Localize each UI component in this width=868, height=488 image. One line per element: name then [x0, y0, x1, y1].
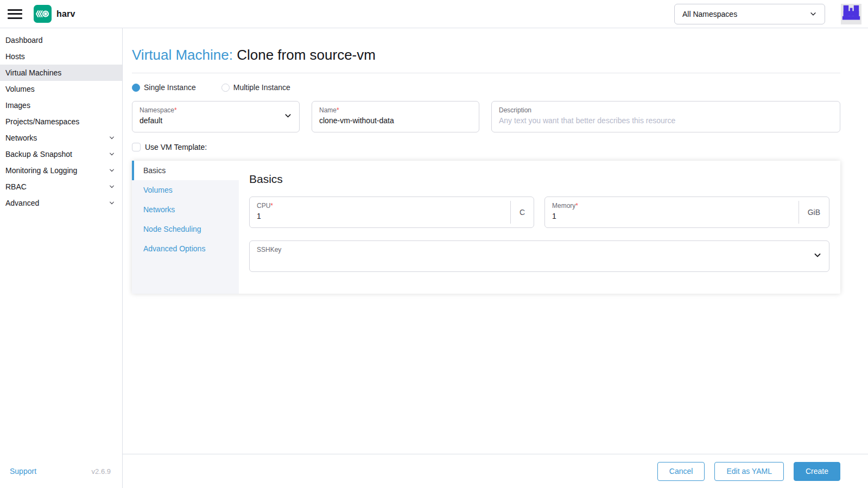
- chevron-down-icon: [109, 200, 115, 206]
- sidebar-item-label: Images: [5, 101, 30, 110]
- required-asterisk: *: [575, 202, 578, 210]
- sidebar-item-label: Backup & Snapshot: [5, 150, 72, 159]
- namespace-filter-value: All Namespaces: [682, 10, 809, 18]
- cpu-input[interactable]: [257, 212, 503, 220]
- version-label: v2.6.9: [92, 467, 111, 476]
- use-vm-template-label: Use VM Template:: [145, 143, 207, 151]
- tab-volumes[interactable]: Volumes: [132, 180, 239, 200]
- tab-node-scheduling[interactable]: Node Scheduling: [132, 219, 239, 239]
- memory-field[interactable]: Memory* GiB: [544, 197, 829, 228]
- sidebar-item-projects-namespaces[interactable]: Projects/Namespaces: [0, 113, 122, 130]
- brand-name: harv: [56, 9, 75, 19]
- user-avatar-identicon[interactable]: [841, 4, 861, 24]
- namespace-filter-select[interactable]: All Namespaces: [674, 4, 825, 24]
- cpu-unit: C: [510, 201, 534, 224]
- create-button[interactable]: Create: [794, 462, 840, 481]
- cpu-memory-row: CPU* C Memory* GiB: [249, 197, 829, 228]
- top-fields-row: Namespace* Name* Description: [132, 101, 840, 132]
- sidebar-item-label: Hosts: [5, 52, 25, 61]
- sidebar-item-advanced[interactable]: Advanced: [0, 195, 122, 211]
- radio-multiple-instance[interactable]: Multiple Instance: [221, 83, 290, 92]
- sidebar-item-label: Dashboard: [5, 36, 43, 45]
- radio-label: Single Instance: [144, 83, 196, 92]
- support-link[interactable]: Support: [10, 467, 36, 476]
- memory-unit: GiB: [799, 201, 829, 224]
- description-field[interactable]: Description: [491, 101, 840, 132]
- sidebar-item-images[interactable]: Images: [0, 97, 122, 113]
- sidebar-item-virtual-machines[interactable]: Virtual Machines: [0, 65, 122, 81]
- chevron-down-icon: [813, 251, 822, 262]
- radio-selected-icon[interactable]: [132, 84, 140, 92]
- sidebar-nav: DashboardHostsVirtual MachinesVolumesIma…: [0, 32, 122, 211]
- sidebar-item-label: RBAC: [5, 182, 27, 191]
- main-column: Virtual Machine: Clone from source-vm Si…: [123, 28, 868, 488]
- top-header: harv All Namespaces: [0, 0, 868, 28]
- use-vm-template-row[interactable]: Use VM Template:: [132, 143, 840, 151]
- sidebar-footer: Support v2.6.9: [0, 454, 122, 488]
- name-field[interactable]: Name*: [312, 101, 479, 132]
- namespace-value[interactable]: [140, 116, 292, 125]
- required-asterisk: *: [174, 106, 177, 114]
- required-asterisk: *: [270, 202, 273, 210]
- page-title-prefix: Virtual Machine:: [132, 47, 237, 63]
- sidebar-item-monitoring-logging[interactable]: Monitoring & Logging: [0, 162, 122, 179]
- sidebar-item-networks[interactable]: Networks: [0, 130, 122, 146]
- memory-input[interactable]: [552, 212, 791, 220]
- cpu-field[interactable]: CPU* C: [249, 197, 534, 228]
- memory-label: Memory*: [552, 202, 791, 210]
- radio-single-instance[interactable]: Single Instance: [132, 83, 196, 92]
- namespace-label: Namespace*: [140, 106, 292, 115]
- sidebar-item-backup-snapshot[interactable]: Backup & Snapshot: [0, 146, 122, 162]
- vm-config-card: BasicsVolumesNetworksNode SchedulingAdva…: [132, 161, 840, 294]
- name-label: Name*: [319, 106, 472, 115]
- use-vm-template-checkbox[interactable]: [132, 143, 141, 151]
- sidebar-item-label: Advanced: [5, 199, 39, 207]
- sidebar-item-label: Networks: [5, 134, 37, 142]
- sshkey-label: SSHKey: [257, 246, 822, 254]
- harvester-logo-icon[interactable]: [34, 5, 52, 23]
- header-right: All Namespaces: [674, 4, 868, 24]
- sidebar-item-label: Monitoring & Logging: [5, 166, 77, 175]
- action-footer: Cancel Edit as YAML Create: [123, 454, 868, 488]
- sidebar-item-rbac[interactable]: RBAC: [0, 179, 122, 195]
- chevron-down-icon: [809, 10, 817, 18]
- name-input[interactable]: [319, 116, 472, 125]
- description-label: Description: [499, 106, 833, 115]
- cancel-button[interactable]: Cancel: [657, 462, 705, 481]
- chevron-down-icon: [109, 167, 115, 174]
- sidebar-item-label: Virtual Machines: [5, 68, 61, 77]
- instance-mode-radio-group: Single InstanceMultiple Instance: [132, 83, 840, 92]
- sshkey-select[interactable]: SSHKey: [249, 240, 829, 272]
- tab-networks[interactable]: Networks: [132, 200, 239, 219]
- radio-label: Multiple Instance: [233, 83, 290, 92]
- chevron-down-icon: [109, 183, 115, 190]
- sidebar-item-dashboard[interactable]: Dashboard: [0, 32, 122, 48]
- title-divider: [132, 73, 840, 73]
- namespace-select[interactable]: Namespace*: [132, 101, 300, 132]
- page-title: Virtual Machine: Clone from source-vm: [132, 47, 840, 64]
- hamburger-menu-icon[interactable]: [8, 9, 22, 20]
- tab-advanced-options[interactable]: Advanced Options: [132, 239, 239, 258]
- required-asterisk: *: [337, 106, 339, 114]
- chevron-down-icon: [284, 112, 292, 122]
- app-window: harv All Namespaces: [0, 0, 868, 488]
- sidebar: DashboardHostsVirtual MachinesVolumesIma…: [0, 28, 123, 488]
- chevron-down-icon: [109, 151, 115, 157]
- tab-basics[interactable]: Basics: [132, 161, 239, 180]
- config-tab-list: BasicsVolumesNetworksNode SchedulingAdva…: [132, 161, 239, 294]
- tab-content-basics: Basics CPU* C Memor: [239, 161, 840, 294]
- chevron-down-icon: [109, 135, 115, 141]
- sidebar-item-hosts[interactable]: Hosts: [0, 48, 122, 65]
- sidebar-item-volumes[interactable]: Volumes: [0, 81, 122, 97]
- cpu-label: CPU*: [257, 202, 503, 210]
- description-input[interactable]: [499, 116, 833, 125]
- page-title-name: Clone from source-vm: [237, 47, 376, 63]
- sidebar-item-label: Projects/Namespaces: [5, 117, 79, 126]
- sidebar-item-label: Volumes: [5, 85, 35, 93]
- basics-heading: Basics: [249, 173, 829, 186]
- main-content: Virtual Machine: Clone from source-vm Si…: [123, 28, 868, 454]
- radio-unselected-icon[interactable]: [221, 84, 230, 92]
- edit-as-yaml-button[interactable]: Edit as YAML: [714, 462, 784, 481]
